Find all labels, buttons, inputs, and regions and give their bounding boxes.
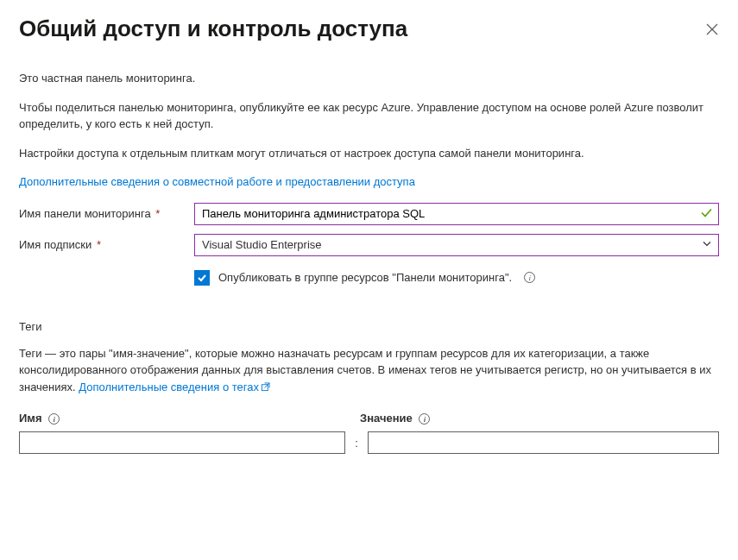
- info-icon[interactable]: i: [48, 413, 60, 425]
- external-link-icon: [261, 380, 270, 397]
- intro-text-3: Настройки доступа к отдельным плиткам мо…: [19, 145, 719, 162]
- tag-separator: :: [345, 437, 368, 450]
- publish-checkbox-label: Опубликовать в группе ресурсов "Панели м…: [218, 271, 512, 284]
- info-icon[interactable]: i: [524, 272, 535, 283]
- required-marker: *: [153, 207, 161, 220]
- tag-name-input[interactable]: [19, 431, 345, 454]
- subscription-select[interactable]: Visual Studio Enterprise: [194, 234, 719, 256]
- intro-text-1: Это частная панель мониторинга.: [19, 70, 719, 87]
- info-icon[interactable]: i: [419, 413, 430, 425]
- tags-section-title: Теги: [19, 320, 719, 333]
- dashboard-name-input[interactable]: [194, 203, 719, 225]
- learn-more-sharing-link[interactable]: Дополнительные сведения о совместной раб…: [19, 175, 415, 188]
- required-marker: *: [93, 238, 101, 251]
- publish-checkbox[interactable]: [194, 270, 210, 286]
- checkmark-icon: [197, 273, 207, 283]
- learn-more-tags-link[interactable]: Дополнительные сведения о тегах: [79, 381, 270, 393]
- validation-ok-icon: [700, 206, 712, 221]
- svg-line-3: [265, 382, 270, 387]
- close-button[interactable]: [705, 22, 719, 36]
- tags-name-header: Имя i: [19, 412, 360, 425]
- tag-value-input[interactable]: [368, 431, 719, 454]
- tag-row: :: [19, 431, 719, 454]
- subscription-label: Имя подписки *: [19, 238, 194, 251]
- tags-value-header: Значение i: [360, 412, 719, 425]
- dashboard-name-label: Имя панели мониторинга *: [19, 207, 194, 220]
- tags-description: Теги — это пары "имя-значение", которые …: [19, 345, 719, 397]
- subscription-select-value: Visual Studio Enterprise: [202, 238, 322, 251]
- intro-text-2: Чтобы поделиться панелью мониторинга, оп…: [19, 99, 719, 133]
- page-title: Общий доступ и контроль доступа: [19, 16, 407, 42]
- chevron-down-icon: [702, 238, 712, 251]
- close-icon: [706, 23, 718, 35]
